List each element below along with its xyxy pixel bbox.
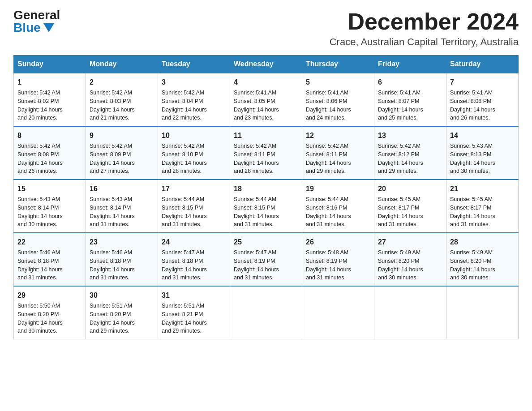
- day-number: 14: [450, 130, 515, 141]
- day-number: 19: [306, 184, 370, 194]
- column-header-saturday: Saturday: [446, 56, 519, 73]
- day-number: 12: [306, 130, 370, 141]
- day-number: 6: [378, 77, 442, 88]
- day-number: 7: [450, 77, 515, 88]
- day-info: Sunrise: 5:41 AMSunset: 8:07 PMDaylight:…: [378, 89, 442, 122]
- calendar-cell: 19Sunrise: 5:44 AMSunset: 8:16 PMDayligh…: [302, 180, 374, 233]
- day-info: Sunrise: 5:42 AMSunset: 8:09 PMDaylight:…: [90, 142, 154, 176]
- calendar-cell: 4Sunrise: 5:41 AMSunset: 8:05 PMDaylight…: [230, 73, 302, 126]
- calendar-cell: 22Sunrise: 5:46 AMSunset: 8:18 PMDayligh…: [14, 233, 86, 286]
- day-number: 3: [162, 77, 226, 88]
- day-number: 29: [17, 290, 82, 301]
- day-number: 9: [90, 130, 154, 141]
- calendar-cell: 30Sunrise: 5:51 AMSunset: 8:20 PMDayligh…: [86, 286, 158, 339]
- day-number: 22: [17, 237, 82, 248]
- day-info: Sunrise: 5:45 AMSunset: 8:17 PMDaylight:…: [450, 195, 515, 229]
- calendar-cell: [374, 286, 446, 339]
- day-number: 24: [162, 237, 226, 248]
- day-info: Sunrise: 5:42 AMSunset: 8:11 PMDaylight:…: [234, 142, 298, 176]
- calendar-cell: 1Sunrise: 5:42 AMSunset: 8:02 PMDaylight…: [14, 73, 86, 126]
- calendar-cell: 21Sunrise: 5:45 AMSunset: 8:17 PMDayligh…: [446, 180, 519, 233]
- calendar-cell: 12Sunrise: 5:42 AMSunset: 8:11 PMDayligh…: [302, 126, 374, 180]
- calendar-cell: 14Sunrise: 5:43 AMSunset: 8:13 PMDayligh…: [446, 126, 519, 180]
- column-header-thursday: Thursday: [302, 56, 374, 73]
- header-row: SundayMondayTuesdayWednesdayThursdayFrid…: [14, 56, 519, 73]
- day-number: 28: [450, 237, 515, 248]
- day-number: 21: [450, 184, 515, 194]
- day-number: 27: [378, 237, 442, 248]
- calendar-cell: 13Sunrise: 5:42 AMSunset: 8:12 PMDayligh…: [374, 126, 446, 180]
- day-number: 4: [234, 77, 298, 88]
- day-info: Sunrise: 5:46 AMSunset: 8:18 PMDaylight:…: [90, 248, 154, 282]
- day-info: Sunrise: 5:48 AMSunset: 8:19 PMDaylight:…: [306, 248, 370, 282]
- calendar-cell: 15Sunrise: 5:43 AMSunset: 8:14 PMDayligh…: [14, 180, 86, 233]
- day-number: 25: [234, 237, 298, 248]
- day-number: 23: [90, 237, 154, 248]
- day-info: Sunrise: 5:42 AMSunset: 8:04 PMDaylight:…: [162, 89, 226, 122]
- calendar-cell: 17Sunrise: 5:44 AMSunset: 8:15 PMDayligh…: [158, 180, 230, 233]
- day-number: 18: [234, 184, 298, 194]
- day-info: Sunrise: 5:51 AMSunset: 8:20 PMDaylight:…: [90, 302, 154, 335]
- day-info: Sunrise: 5:44 AMSunset: 8:16 PMDaylight:…: [306, 195, 370, 229]
- calendar-cell: 23Sunrise: 5:46 AMSunset: 8:18 PMDayligh…: [86, 233, 158, 286]
- day-info: Sunrise: 5:42 AMSunset: 8:10 PMDaylight:…: [162, 142, 226, 176]
- logo-blue-text: Blue: [13, 21, 54, 34]
- week-row-2: 8Sunrise: 5:42 AMSunset: 8:08 PMDaylight…: [14, 126, 519, 180]
- day-info: Sunrise: 5:41 AMSunset: 8:05 PMDaylight:…: [234, 89, 298, 122]
- calendar-cell: 3Sunrise: 5:42 AMSunset: 8:04 PMDaylight…: [158, 73, 230, 126]
- column-header-friday: Friday: [374, 56, 446, 73]
- day-info: Sunrise: 5:43 AMSunset: 8:14 PMDaylight:…: [17, 195, 82, 229]
- calendar-cell: 11Sunrise: 5:42 AMSunset: 8:11 PMDayligh…: [230, 126, 302, 180]
- day-info: Sunrise: 5:49 AMSunset: 8:20 PMDaylight:…: [450, 248, 515, 282]
- column-header-tuesday: Tuesday: [158, 56, 230, 73]
- week-row-1: 1Sunrise: 5:42 AMSunset: 8:02 PMDaylight…: [14, 73, 519, 126]
- column-header-sunday: Sunday: [14, 56, 86, 73]
- calendar-cell: 9Sunrise: 5:42 AMSunset: 8:09 PMDaylight…: [86, 126, 158, 180]
- calendar-cell: 8Sunrise: 5:42 AMSunset: 8:08 PMDaylight…: [14, 126, 86, 180]
- day-number: 11: [234, 130, 298, 141]
- day-info: Sunrise: 5:41 AMSunset: 8:08 PMDaylight:…: [450, 89, 515, 122]
- day-info: Sunrise: 5:47 AMSunset: 8:19 PMDaylight:…: [234, 248, 298, 282]
- day-info: Sunrise: 5:42 AMSunset: 8:02 PMDaylight:…: [17, 89, 82, 122]
- calendar-cell: 10Sunrise: 5:42 AMSunset: 8:10 PMDayligh…: [158, 126, 230, 180]
- day-info: Sunrise: 5:44 AMSunset: 8:15 PMDaylight:…: [162, 195, 226, 229]
- day-info: Sunrise: 5:44 AMSunset: 8:15 PMDaylight:…: [234, 195, 298, 229]
- calendar-cell: 26Sunrise: 5:48 AMSunset: 8:19 PMDayligh…: [302, 233, 374, 286]
- calendar-cell: 29Sunrise: 5:50 AMSunset: 8:20 PMDayligh…: [14, 286, 86, 339]
- location-title: Crace, Australian Capital Territory, Aus…: [330, 36, 519, 48]
- calendar-cell: 24Sunrise: 5:47 AMSunset: 8:18 PMDayligh…: [158, 233, 230, 286]
- calendar-cell: 25Sunrise: 5:47 AMSunset: 8:19 PMDayligh…: [230, 233, 302, 286]
- calendar-table: SundayMondayTuesdayWednesdayThursdayFrid…: [13, 55, 519, 339]
- logo-triangle-icon: [43, 23, 54, 32]
- page-header: General Blue December 2024 Crace, Austra…: [13, 9, 519, 48]
- calendar-cell: [446, 286, 519, 339]
- day-info: Sunrise: 5:43 AMSunset: 8:14 PMDaylight:…: [90, 195, 154, 229]
- day-info: Sunrise: 5:51 AMSunset: 8:21 PMDaylight:…: [162, 302, 226, 335]
- day-number: 26: [306, 237, 370, 248]
- calendar-cell: 5Sunrise: 5:41 AMSunset: 8:06 PMDaylight…: [302, 73, 374, 126]
- month-title: December 2024: [330, 9, 519, 34]
- day-number: 5: [306, 77, 370, 88]
- day-number: 20: [378, 184, 442, 194]
- day-number: 2: [90, 77, 154, 88]
- week-row-4: 22Sunrise: 5:46 AMSunset: 8:18 PMDayligh…: [14, 233, 519, 286]
- logo-general-text: General: [13, 9, 60, 21]
- day-info: Sunrise: 5:42 AMSunset: 8:08 PMDaylight:…: [17, 142, 82, 176]
- calendar-cell: 28Sunrise: 5:49 AMSunset: 8:20 PMDayligh…: [446, 233, 519, 286]
- calendar-cell: 20Sunrise: 5:45 AMSunset: 8:17 PMDayligh…: [374, 180, 446, 233]
- calendar-cell: 31Sunrise: 5:51 AMSunset: 8:21 PMDayligh…: [158, 286, 230, 339]
- week-row-5: 29Sunrise: 5:50 AMSunset: 8:20 PMDayligh…: [14, 286, 519, 339]
- calendar-cell: 27Sunrise: 5:49 AMSunset: 8:20 PMDayligh…: [374, 233, 446, 286]
- calendar-cell: [302, 286, 374, 339]
- day-info: Sunrise: 5:46 AMSunset: 8:18 PMDaylight:…: [17, 248, 82, 282]
- day-info: Sunrise: 5:42 AMSunset: 8:12 PMDaylight:…: [378, 142, 442, 176]
- day-info: Sunrise: 5:42 AMSunset: 8:03 PMDaylight:…: [90, 89, 154, 122]
- day-number: 16: [90, 184, 154, 194]
- day-number: 1: [17, 77, 82, 88]
- day-number: 30: [90, 290, 154, 301]
- calendar-body: 1Sunrise: 5:42 AMSunset: 8:02 PMDaylight…: [14, 73, 519, 339]
- calendar-cell: [230, 286, 302, 339]
- day-number: 10: [162, 130, 226, 141]
- day-info: Sunrise: 5:50 AMSunset: 8:20 PMDaylight:…: [17, 302, 82, 335]
- logo: General Blue: [13, 9, 60, 34]
